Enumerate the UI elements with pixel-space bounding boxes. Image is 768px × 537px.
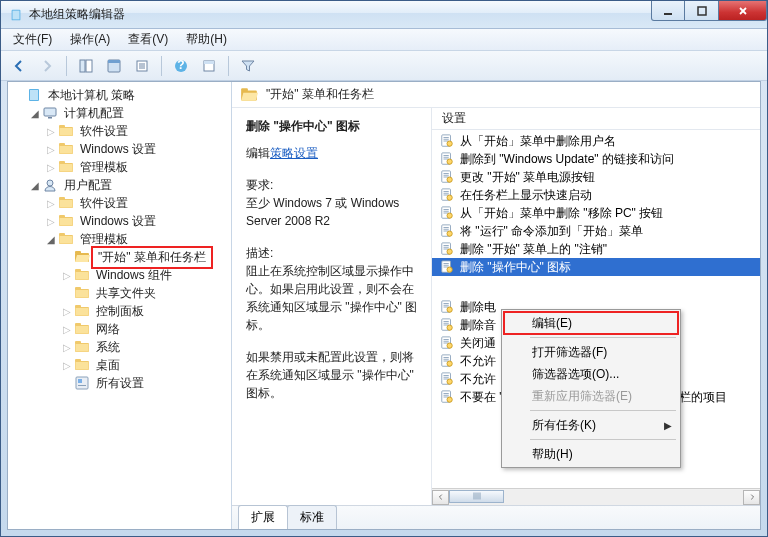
requirements-label: 要求: [246,176,421,194]
folder-icon [74,321,90,337]
tree-pane[interactable]: 本地计算机 策略 ◢计算机配置 ▷软件设置 ▷Windows 设置 ▷管理模板 … [8,82,232,529]
expand-icon[interactable]: ▷ [44,126,58,137]
expand-icon[interactable]: ▷ [60,360,74,371]
menu-action[interactable]: 操作(A) [62,29,118,50]
policy-icon [440,390,454,404]
tab-extended[interactable]: 扩展 [238,505,288,529]
tree-ctrl-panel[interactable]: ▷控制面板 [10,302,229,320]
folder-icon [58,195,74,211]
breadcrumb-bar: "开始" 菜单和任务栏 [232,82,760,108]
folder-icon [58,213,74,229]
expand-icon[interactable]: ▷ [60,324,74,335]
ctx-separator [530,410,676,411]
selected-policy-title: 删除 "操作中心" 图标 [246,118,421,135]
close-button[interactable] [719,1,767,21]
policy-icon [440,354,454,368]
horizontal-scrollbar[interactable] [432,488,760,505]
tree-desktop[interactable]: ▷桌面 [10,356,229,374]
refresh-button[interactable] [197,54,221,78]
folder-open-icon [74,249,90,265]
description-pane: 删除 "操作中心" 图标 编辑策略设置 要求: 至少 Windows 7 或 W… [232,108,432,505]
help-button[interactable]: ? [169,54,193,78]
policy-item[interactable]: 删除到 "Windows Update" 的链接和访问 [432,150,760,168]
ctx-filter-options[interactable]: 筛选器选项(O)... [504,363,678,385]
policy-item[interactable]: 从「开始」菜单中删除 "移除 PC" 按钮 [432,204,760,222]
title-bar: 本地组策略编辑器 [1,1,767,29]
edit-policy-link[interactable]: 策略设置 [270,145,318,162]
submenu-arrow-icon: ▶ [664,420,672,431]
policy-item[interactable]: 从「开始」菜单中删除用户名 [432,132,760,150]
user-icon [42,177,58,193]
policy-item[interactable]: 更改 "开始" 菜单电源按钮 [432,168,760,186]
menu-file[interactable]: 文件(F) [5,29,60,50]
scroll-left-button[interactable] [432,490,449,505]
menu-bar: 文件(F) 操作(A) 查看(V) 帮助(H) [1,29,767,51]
tab-standard[interactable]: 标准 [287,505,337,529]
scroll-right-button[interactable] [743,490,760,505]
tree-cc-admin[interactable]: ▷管理模板 [10,158,229,176]
tree-cc-win[interactable]: ▷Windows 设置 [10,140,229,158]
policy-item[interactable]: 将 "运行" 命令添加到「开始」菜单 [432,222,760,240]
policy-item-selected[interactable]: 删除 "操作中心" 图标 [432,258,760,276]
expand-icon[interactable]: ▷ [60,342,74,353]
ctx-open-filter[interactable]: 打开筛选器(F) [504,341,678,363]
list-header-settings[interactable]: 设置 [432,108,760,130]
policy-icon [440,206,454,220]
tree-start-taskbar[interactable]: "开始" 菜单和任务栏 [10,248,229,266]
folder-icon [74,339,90,355]
expand-icon[interactable]: ▷ [60,270,74,281]
maximize-button[interactable] [685,1,719,21]
tree-user-config[interactable]: ◢用户配置 [10,176,229,194]
tree-win-comp[interactable]: ▷Windows 组件 [10,266,229,284]
ctx-edit[interactable]: 编辑(E) [504,312,678,334]
bottom-tabs: 扩展 标准 [232,505,760,529]
policy-item[interactable]: 在任务栏上显示快速启动 [432,186,760,204]
tree-shared[interactable]: 共享文件夹 [10,284,229,302]
tree-all-settings[interactable]: 所有设置 [10,374,229,392]
ctx-help[interactable]: 帮助(H) [504,443,678,465]
tree-uc-win[interactable]: ▷Windows 设置 [10,212,229,230]
folder-icon [74,267,90,283]
tree-uc-soft[interactable]: ▷软件设置 [10,194,229,212]
collapse-icon[interactable]: ◢ [44,234,58,245]
toolbar: ? [1,51,767,81]
expand-icon[interactable]: ▷ [44,198,58,209]
menu-view[interactable]: 查看(V) [120,29,176,50]
expand-icon[interactable]: ▷ [44,216,58,227]
requirements-text: 至少 Windows 7 或 Windows Server 2008 R2 [246,194,421,230]
policy-icon [440,170,454,184]
policy-tree[interactable]: 本地计算机 策略 ◢计算机配置 ▷软件设置 ▷Windows 设置 ▷管理模板 … [10,86,229,392]
properties-button[interactable] [102,54,126,78]
tree-network[interactable]: ▷网络 [10,320,229,338]
collapse-icon[interactable]: ◢ [28,180,42,191]
context-menu[interactable]: 编辑(E) 打开筛选器(F) 筛选器选项(O)... 重新应用筛选器(E) 所有… [501,309,681,468]
policy-icon [440,260,454,274]
tree-root[interactable]: 本地计算机 策略 [10,86,229,104]
expand-icon[interactable]: ▷ [44,144,58,155]
folder-icon [74,303,90,319]
filter-button[interactable] [236,54,260,78]
tree-cc-soft[interactable]: ▷软件设置 [10,122,229,140]
expand-icon[interactable]: ▷ [60,306,74,317]
tree-computer-config[interactable]: ◢计算机配置 [10,104,229,122]
tree-uc-admin[interactable]: ◢管理模板 [10,230,229,248]
policy-icon [440,224,454,238]
scroll-thumb[interactable] [449,490,504,503]
collapse-icon[interactable]: ◢ [28,108,42,119]
menu-help[interactable]: 帮助(H) [178,29,235,50]
forward-button[interactable] [35,54,59,78]
folder-open-icon [240,86,258,104]
minimize-button[interactable] [651,1,685,21]
back-button[interactable] [7,54,31,78]
app-icon [9,8,23,22]
scroll-track[interactable] [449,490,743,505]
export-button[interactable] [130,54,154,78]
reg-icon [74,375,90,391]
show-hide-tree-button[interactable] [74,54,98,78]
policy-item[interactable]: 删除 "开始" 菜单上的 "注销" [432,240,760,258]
expand-icon[interactable]: ▷ [44,162,58,173]
description-label: 描述: [246,244,421,262]
description-p1: 阻止在系统控制区域显示操作中心。如果启用此设置，则不会在系统通知区域显示 "操作… [246,262,421,334]
tree-system[interactable]: ▷系统 [10,338,229,356]
ctx-all-tasks[interactable]: 所有任务(K)▶ [504,414,678,436]
